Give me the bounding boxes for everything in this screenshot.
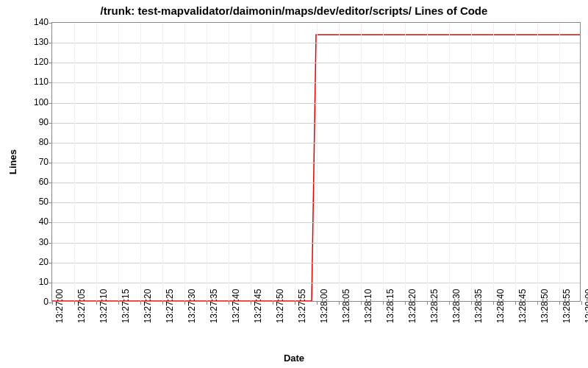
gridline-v — [449, 23, 450, 301]
plot-area — [51, 22, 581, 302]
x-tick-label: 13:27:35 — [209, 289, 219, 324]
x-tick-mark — [493, 301, 494, 305]
x-tick-mark — [317, 301, 318, 305]
gridline-h — [52, 222, 580, 223]
gridline-h — [52, 263, 580, 263]
x-tick-mark — [251, 301, 251, 305]
gridline-h — [52, 202, 580, 203]
y-tick-label: 10 — [26, 277, 49, 287]
x-tick-mark — [96, 301, 97, 305]
x-tick-label: 13:28:45 — [517, 289, 528, 324]
x-tick-label: 13:27:10 — [98, 289, 109, 324]
gridline-v — [251, 23, 251, 301]
x-tick-label: 13:28:30 — [451, 289, 462, 324]
gridline-h — [52, 43, 580, 43]
gridline-v — [493, 23, 494, 301]
x-tick-label: 13:27:40 — [231, 289, 241, 324]
y-tick-mark — [49, 123, 52, 124]
x-tick-label: 13:27:20 — [143, 289, 153, 324]
x-tick-mark — [184, 301, 185, 305]
y-tick-mark — [49, 23, 52, 24]
chart-title: /trunk: test-mapvalidator/daimonin/maps/… — [101, 4, 488, 17]
y-tick-label: 100 — [26, 97, 49, 107]
gridline-v — [273, 23, 273, 301]
x-tick-label: 13:27:05 — [76, 289, 87, 324]
x-tick-label: 13:27:00 — [54, 289, 65, 324]
y-tick-mark — [49, 183, 52, 183]
x-tick-mark — [207, 301, 207, 305]
gridline-v — [229, 23, 229, 301]
x-tick-mark — [471, 301, 472, 305]
gridline-v — [96, 23, 97, 301]
x-tick-label: 13:27:15 — [121, 289, 131, 324]
x-tick-label: 13:28:05 — [341, 289, 351, 324]
y-tick-label: 70 — [26, 157, 49, 167]
x-tick-label: 13:28:20 — [407, 289, 417, 324]
y-tick-label: 90 — [26, 117, 49, 127]
x-tick-mark — [229, 301, 229, 305]
x-tick-label: 13:27:55 — [297, 289, 307, 324]
y-tick-label: 20 — [26, 257, 49, 267]
gridline-v — [537, 23, 538, 301]
y-tick-label: 30 — [26, 237, 49, 247]
gridline-v — [559, 23, 560, 301]
gridline-h — [52, 103, 580, 104]
y-tick-mark — [49, 63, 52, 63]
x-tick-label: 13:28:50 — [539, 289, 550, 324]
x-tick-label: 13:28:15 — [385, 289, 395, 324]
gridline-v — [118, 23, 119, 301]
x-tick-mark — [559, 301, 560, 305]
y-tick-label: 130 — [26, 37, 49, 47]
gridline-v — [471, 23, 472, 301]
y-tick-mark — [49, 243, 52, 244]
gridline-h — [52, 243, 580, 244]
y-tick-mark — [49, 263, 52, 263]
gridline-v — [317, 23, 318, 301]
gridline-h — [52, 283, 580, 283]
y-tick-mark — [49, 202, 52, 203]
x-tick-mark — [537, 301, 538, 305]
x-tick-mark — [405, 301, 406, 305]
y-tick-mark — [49, 163, 52, 163]
x-tick-mark — [339, 301, 340, 305]
gridline-v — [383, 23, 384, 301]
x-tick-mark — [449, 301, 450, 305]
x-tick-mark — [118, 301, 119, 305]
y-tick-label: 0 — [26, 297, 49, 307]
y-tick-mark — [49, 222, 52, 223]
x-tick-label: 13:28:10 — [363, 289, 373, 324]
y-tick-label: 80 — [26, 137, 49, 147]
x-tick-label: 13:28:35 — [473, 289, 484, 324]
x-tick-label: 13:27:25 — [165, 289, 175, 324]
x-tick-label: 13:28:25 — [429, 289, 440, 324]
x-tick-label: 13:28:40 — [495, 289, 506, 324]
x-tick-mark — [515, 301, 516, 305]
x-tick-label: 13:29:00 — [584, 289, 588, 324]
gridline-v — [515, 23, 516, 301]
gridline-v — [427, 23, 428, 301]
x-tick-mark — [273, 301, 273, 305]
x-tick-mark — [162, 301, 163, 305]
x-tick-label: 13:27:50 — [275, 289, 285, 324]
y-axis-label: Lines — [7, 149, 18, 174]
x-tick-mark — [383, 301, 384, 305]
y-tick-label: 110 — [26, 77, 49, 87]
y-tick-mark — [49, 103, 52, 104]
y-tick-label: 120 — [26, 57, 49, 67]
x-tick-label: 13:28:00 — [319, 289, 329, 324]
y-tick-label: 140 — [26, 17, 49, 27]
line-series — [52, 23, 580, 301]
y-tick-label: 40 — [26, 216, 49, 227]
gridline-h — [52, 163, 580, 163]
gridline-v — [361, 23, 362, 301]
x-tick-mark — [361, 301, 362, 305]
x-tick-label: 13:28:55 — [562, 289, 572, 324]
x-tick-mark — [140, 301, 141, 305]
gridline-v — [339, 23, 340, 301]
gridline-h — [52, 82, 580, 83]
y-tick-mark — [49, 283, 52, 283]
x-axis-label: Date — [284, 353, 304, 364]
gridline-v — [140, 23, 141, 301]
x-tick-mark — [295, 301, 295, 305]
x-tick-mark — [427, 301, 428, 305]
